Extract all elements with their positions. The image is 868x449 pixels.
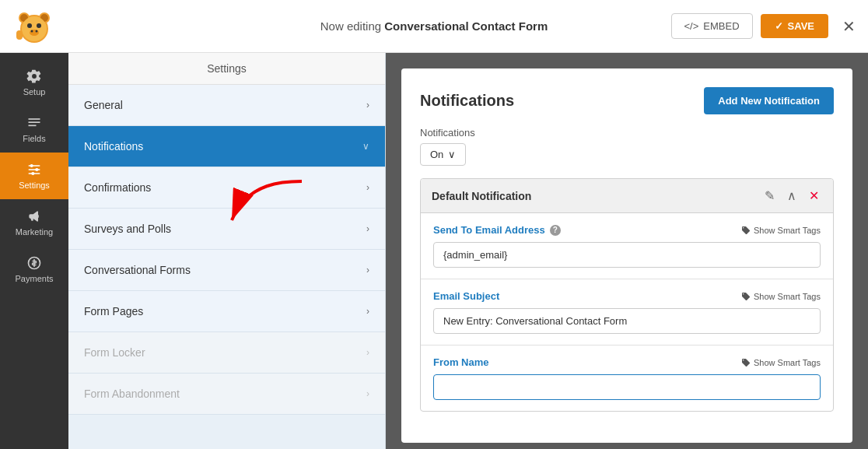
show-smart-tags-from[interactable]: Show Smart Tags	[741, 358, 821, 367]
editing-title: Now editing Conversational Contact Form	[320, 19, 548, 33]
chevron-right-icon-fp: ›	[366, 306, 369, 317]
settings-menu-form-abandonment[interactable]: Form Abandonment ›	[68, 374, 385, 415]
sidebar-marketing-label: Marketing	[16, 227, 53, 237]
form-abandonment-label: Form Abandonment	[84, 388, 180, 400]
icon-sidebar: Setup Fields Settings Marketing Payments	[0, 53, 68, 449]
on-value: On	[430, 149, 443, 160]
expand-notification-button[interactable]: ∧	[784, 187, 800, 205]
svg-point-20	[31, 172, 34, 175]
dropdown-chevron-icon: ∨	[448, 149, 456, 160]
top-bar-actions: </> EMBED ✓ SAVE ✕	[671, 13, 856, 39]
svg-rect-12	[29, 118, 40, 120]
chevron-right-icon: ›	[366, 100, 369, 110]
email-subject-label: Email Subject	[433, 290, 499, 302]
svg-point-18	[35, 168, 38, 171]
edit-notification-button[interactable]: ✎	[761, 187, 778, 205]
form-locker-label: Form Locker	[84, 346, 145, 359]
from-name-section: From Name Show Smart Tags	[421, 346, 833, 411]
send-to-email-input[interactable]	[433, 242, 821, 268]
sidebar-setup-label: Setup	[23, 87, 46, 96]
svg-point-5	[22, 16, 47, 41]
chevron-down-icon: ∨	[362, 141, 369, 152]
settings-menu-notifications[interactable]: Notifications ∨	[68, 126, 385, 167]
settings-menu-confirmations[interactable]: Confirmations ›	[68, 167, 385, 209]
tag-icon	[741, 226, 751, 235]
conversational-label: Conversational Forms	[84, 264, 191, 276]
svg-point-16	[30, 164, 33, 167]
svg-point-10	[36, 30, 38, 32]
default-notification-header: Default Notification ✎ ∧ ✕	[421, 179, 833, 213]
sidebar-settings-label: Settings	[19, 181, 50, 190]
form-pages-label: Form Pages	[84, 305, 143, 317]
general-label: General	[84, 99, 123, 111]
svg-rect-13	[29, 121, 40, 123]
send-to-email-label: Send To Email Address ?	[433, 224, 561, 236]
show-smart-tags-subject[interactable]: Show Smart Tags	[741, 292, 821, 301]
send-to-email-section: Send To Email Address ? Show Smart Tags	[421, 213, 833, 279]
from-name-label-row: From Name Show Smart Tags	[433, 356, 821, 368]
close-button[interactable]: ✕	[842, 17, 856, 36]
top-bar: Now editing Conversational Contact Form …	[0, 0, 868, 53]
email-subject-label-row: Email Subject Show Smart Tags	[433, 290, 821, 302]
checkmark-icon: ✓	[775, 20, 783, 32]
sidebar-fields-label: Fields	[23, 134, 45, 143]
svg-point-9	[31, 30, 33, 32]
sidebar-item-fields[interactable]: Fields	[0, 106, 68, 153]
dollar-icon	[26, 255, 42, 271]
notifications-field-label: Notifications	[420, 127, 834, 139]
notifications-panel-title: Notifications	[420, 92, 514, 110]
delete-notification-button[interactable]: ✕	[806, 187, 822, 205]
megaphone-icon	[26, 209, 42, 224]
settings-menu-form-locker[interactable]: Form Locker ›	[68, 332, 385, 374]
chevron-right-icon-conf: ›	[366, 182, 369, 193]
show-smart-tags-email[interactable]: Show Smart Tags	[741, 226, 821, 235]
notifications-panel-header: Notifications Add New Notification	[420, 87, 834, 114]
fields-icon	[26, 115, 42, 131]
notifications-on-dropdown[interactable]: On ∨	[420, 143, 466, 166]
settings-menu-form-pages[interactable]: Form Pages ›	[68, 291, 385, 332]
save-button[interactable]: ✓ SAVE	[761, 14, 828, 38]
logo	[12, 5, 56, 48]
settings-sidebar: Settings General › Notifications ∨ Confi…	[68, 53, 386, 449]
settings-menu-conversational[interactable]: Conversational Forms ›	[68, 250, 385, 291]
send-to-email-label-row: Send To Email Address ? Show Smart Tags	[433, 224, 821, 236]
add-new-notification-button[interactable]: Add New Notification	[704, 87, 834, 114]
email-subject-section: Email Subject Show Smart Tags	[421, 279, 833, 346]
settings-menu-general[interactable]: General ›	[68, 85, 385, 126]
svg-rect-11	[16, 30, 23, 40]
help-icon: ?	[550, 225, 561, 236]
sliders-icon	[26, 162, 42, 177]
default-notification-box: Default Notification ✎ ∧ ✕ Send To Email…	[420, 178, 834, 412]
logo-icon	[15, 7, 54, 46]
confirmations-label: Confirmations	[84, 181, 151, 194]
settings-menu-surveys[interactable]: Surveys and Polls ›	[68, 209, 385, 250]
chevron-right-icon-conv: ›	[366, 265, 369, 275]
svg-rect-14	[29, 125, 37, 127]
email-subject-input[interactable]	[433, 308, 821, 334]
chevron-right-icon-fl: ›	[366, 347, 369, 358]
from-name-label: From Name	[433, 356, 489, 368]
sidebar-payments-label: Payments	[16, 274, 54, 283]
main-layout: Setup Fields Settings Marketing Payments…	[0, 53, 868, 449]
sidebar-item-settings[interactable]: Settings	[0, 153, 68, 199]
main-content: Notifications Add New Notification Notif…	[386, 53, 868, 449]
notification-actions: ✎ ∧ ✕	[761, 187, 822, 205]
from-name-input[interactable]	[433, 374, 821, 400]
tag-icon-subject	[741, 292, 751, 301]
notifications-label-menu: Notifications	[84, 140, 143, 153]
sidebar-item-setup[interactable]: Setup	[0, 59, 68, 106]
default-notification-title: Default Notification	[432, 190, 531, 202]
settings-header: Settings	[68, 53, 385, 85]
embed-button[interactable]: </> EMBED	[671, 13, 753, 39]
tag-icon-from	[741, 358, 751, 367]
embed-code-icon: </>	[684, 20, 699, 32]
chevron-right-icon-surveys: ›	[366, 223, 369, 234]
gear-icon	[26, 68, 42, 84]
svg-point-6	[27, 23, 32, 28]
svg-point-7	[37, 23, 41, 28]
chevron-right-icon-fa: ›	[366, 388, 369, 399]
sidebar-item-payments[interactable]: Payments	[0, 246, 68, 293]
sidebar-item-marketing[interactable]: Marketing	[0, 199, 68, 246]
surveys-label: Surveys and Polls	[84, 223, 171, 235]
notifications-panel: Notifications Add New Notification Notif…	[401, 68, 852, 443]
